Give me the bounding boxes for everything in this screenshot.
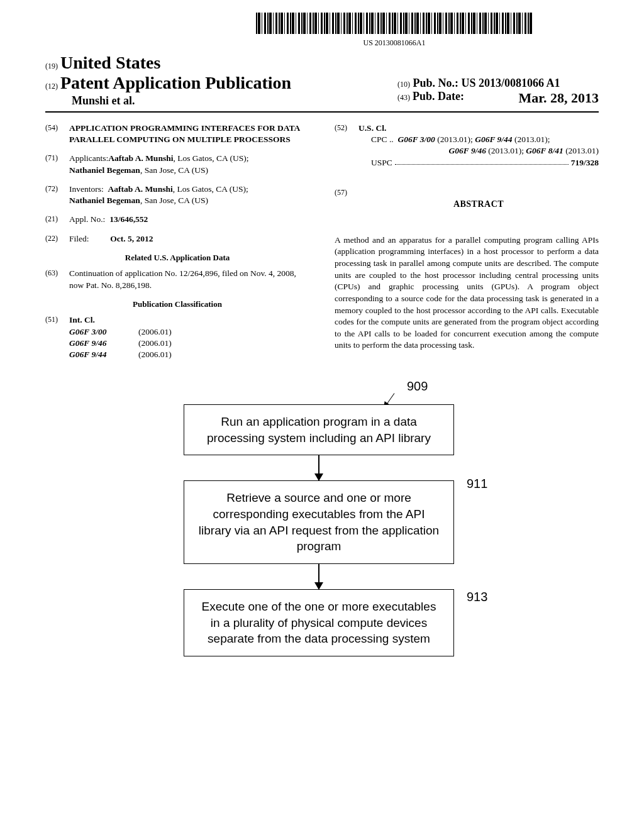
code-21: (21) xyxy=(45,214,69,225)
bibliographic-section: (54) APPLICATION PROGRAMMING INTERFACES … xyxy=(45,123,599,360)
pub-no-label: Pub. No.: xyxy=(413,77,459,89)
flowchart: 909 Run an application program in a data… xyxy=(184,404,454,656)
field-52: (52) U.S. Cl. CPC .. G06F 3/00 (2013.01)… xyxy=(335,123,599,169)
code-63: (63) xyxy=(45,268,69,290)
ref-913: 913 xyxy=(467,590,487,604)
related-data-header: Related U.S. Application Data xyxy=(45,252,309,263)
flow-box-2: Retrieve a source and one or more corres… xyxy=(184,480,454,564)
dot-leader xyxy=(395,157,569,165)
code-19: (19) xyxy=(45,62,58,70)
figure-area: 900B 909 Run an application program in a… xyxy=(45,404,599,656)
cpc-yr: (2013.01); xyxy=(435,135,475,144)
bib-left-column: (54) APPLICATION PROGRAMMING INTERFACES … xyxy=(45,123,309,360)
cpc-prefix: CPC .. xyxy=(371,135,394,144)
code-10: (10) xyxy=(397,80,410,89)
inventor1-name: Aaftab A. Munshi xyxy=(108,184,173,194)
cpc-code: G06F 9/44 xyxy=(475,135,512,144)
pub-classification-header: Publication Classification xyxy=(45,299,309,310)
intcl-row: G06F 9/46 (2006.01) xyxy=(69,338,309,349)
field-72: (72) Inventors: Aaftab A. Munshi, Los Ga… xyxy=(45,184,309,206)
intcl-code: G06F 9/46 xyxy=(69,338,138,349)
invention-title: APPLICATION PROGRAMMING INTERFACES FOR D… xyxy=(69,123,309,145)
intcl-year: (2006.01) xyxy=(138,349,172,360)
flow-box-1: Run an application program in a data pro… xyxy=(184,404,454,455)
intcl-code: G06F 3/00 xyxy=(69,326,138,338)
filed-label: Filed: xyxy=(69,234,89,243)
applicant2-name: Nathaniel Begeman xyxy=(69,165,140,175)
field-51: (51) Int. Cl. G06F 3/00 (2006.01) G06F 9… xyxy=(45,314,309,360)
applicant1-name: Aaftab A. Munshi xyxy=(108,153,173,163)
code-57: (57) xyxy=(335,187,358,227)
barcode-graphic xyxy=(256,13,533,34)
uspc-label: USPC xyxy=(371,157,392,169)
intcl-row: G06F 3/00 (2006.01) xyxy=(69,326,309,338)
field-22: (22) Filed: Oct. 5, 2012 xyxy=(45,233,309,245)
publication-type: Patent Application Publication xyxy=(60,73,291,92)
pub-no-value: US 2013/0081066 A1 xyxy=(462,77,560,89)
code-12: (12) xyxy=(45,82,58,91)
inventors-label: Inventors: xyxy=(69,184,104,194)
intcl-code: G06F 9/44 xyxy=(69,349,138,360)
cpc-code: G06F 3/00 xyxy=(397,135,435,144)
field-63: (63) Continuation of application No. 12/… xyxy=(45,268,309,290)
country: United States xyxy=(60,53,160,72)
filed-value: Oct. 5, 2012 xyxy=(110,234,153,243)
int-cl-label: Int. Cl. xyxy=(69,314,309,326)
bib-right-column: (52) U.S. Cl. CPC .. G06F 3/00 (2013.01)… xyxy=(335,123,599,360)
code-22: (22) xyxy=(45,233,69,245)
ref-911: 911 xyxy=(467,477,487,491)
code-54: (54) xyxy=(45,123,69,145)
applicant2-rest: , San Jose, CA (US) xyxy=(140,165,208,175)
inventor2-rest: , San Jose, CA (US) xyxy=(140,196,208,205)
field-71: (71) Applicants:Aaftab A. Munshi, Los Ga… xyxy=(45,153,309,175)
cpc-code: G06F 9/46 xyxy=(449,146,486,155)
flow-box-3: Execute one of the one or more executabl… xyxy=(184,589,454,656)
inventor1-rest: , Los Gatos, CA (US); xyxy=(173,184,248,194)
arrow-icon xyxy=(318,455,319,480)
appl-no-value: 13/646,552 xyxy=(109,214,148,224)
applicants-label: Applicants: xyxy=(69,153,108,163)
abstract-text: A method and an apparatus for a parallel… xyxy=(335,235,599,351)
barcode-text: US 20130081066A1 xyxy=(256,38,533,48)
cpc-line: CPC .. G06F 3/00 (2013.01); G06F 9/44 (2… xyxy=(371,134,599,157)
us-cl-label: U.S. Cl. xyxy=(358,123,599,134)
continuation-text: Continuation of application No. 12/264,8… xyxy=(69,268,309,290)
code-52: (52) xyxy=(335,123,358,169)
uspc-value: 719/328 xyxy=(571,157,599,169)
ref-909: 909 xyxy=(407,379,428,394)
abstract-header: ABSTRACT xyxy=(358,199,599,211)
cpc-yr: (2013.01) xyxy=(564,146,599,155)
appl-no-label: Appl. No.: xyxy=(69,214,105,224)
code-72: (72) xyxy=(45,184,69,206)
cpc-yr: (2013.01); xyxy=(486,146,526,155)
field-21: (21) Appl. No.: 13/646,552 xyxy=(45,214,309,225)
code-51: (51) xyxy=(45,314,69,360)
cpc-yr: (2013.01); xyxy=(513,135,550,144)
cpc-code: G06F 8/41 xyxy=(526,146,563,155)
inventor2-name: Nathaniel Begeman xyxy=(69,196,140,205)
intcl-year: (2006.01) xyxy=(138,338,172,349)
intcl-row: G06F 9/44 (2006.01) xyxy=(69,349,309,360)
arrow-icon xyxy=(318,564,319,589)
patent-page: US 20130081066A1 (19) United States (12)… xyxy=(45,13,599,656)
field-57: (57) ABSTRACT xyxy=(335,187,599,227)
barcode-region: US 20130081066A1 xyxy=(45,13,599,48)
field-54: (54) APPLICATION PROGRAMMING INTERFACES … xyxy=(45,123,309,145)
applicant1-rest: , Los Gatos, CA (US); xyxy=(173,153,248,163)
intcl-year: (2006.01) xyxy=(138,326,172,338)
code-71: (71) xyxy=(45,153,69,175)
header-block: (19) United States (12) Patent Applicati… xyxy=(45,53,599,113)
pub-date-label: Pub. Date: xyxy=(413,90,464,102)
authors-line: Munshi et al. xyxy=(72,94,291,108)
pub-date-value: Mar. 28, 2013 xyxy=(518,90,599,106)
code-43: (43) xyxy=(397,93,410,102)
